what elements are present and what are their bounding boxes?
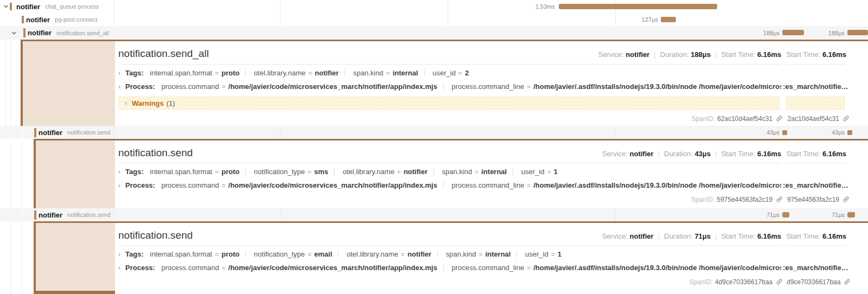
span-duration-label-duplicate: 43μs xyxy=(810,126,845,139)
detail-title: notification.send xyxy=(118,147,193,159)
operation-name: notification.send xyxy=(67,129,111,136)
span-duration-label: 43μs xyxy=(745,126,780,139)
span-bar-duplicate[interactable] xyxy=(847,212,855,218)
indent-guide xyxy=(22,208,22,221)
detail-header-meta-duplicate: Start Time: 6.16ms xyxy=(782,232,846,240)
operation-name: notification.send_all xyxy=(56,30,109,36)
header-divider xyxy=(118,163,781,163)
span-bar[interactable] xyxy=(782,130,787,135)
service-color-chip xyxy=(34,210,36,220)
chevron-right-icon: › xyxy=(118,251,120,258)
indent-guide xyxy=(5,41,6,126)
detail-header-meta: Service: notifier|Duration: 43μs|Start T… xyxy=(380,150,781,158)
indent-guide xyxy=(22,126,22,139)
warnings-accordion-duplicate xyxy=(786,96,845,110)
span-row-notification-send-sms[interactable]: notifier notification.send 43μs 43μs xyxy=(0,126,868,139)
span-id: SpanID:5975e44563fa2c19 xyxy=(542,196,783,203)
span-row-chat-queue-process[interactable]: notifier chat_queue process 1.53ms xyxy=(0,0,868,13)
span-duration-label: 71μs xyxy=(745,208,780,221)
span-detail-panel-send-sms: notification.send Service: notifier|Dura… xyxy=(0,140,868,208)
service-name: notifier xyxy=(28,29,52,37)
grid-line xyxy=(114,208,114,221)
service-name: notifier xyxy=(16,3,40,11)
link-icon[interactable] xyxy=(776,278,783,285)
indent-guide xyxy=(10,140,11,208)
chevron-right-icon: › xyxy=(118,168,120,176)
indent-guide xyxy=(10,126,11,139)
grid-line xyxy=(280,208,280,221)
detail-indent-strip xyxy=(34,140,115,208)
indent-guide xyxy=(22,140,22,208)
tags-accordion[interactable]: ›Tags: internal.span.format=proto notifi… xyxy=(118,168,781,178)
indent-guide xyxy=(10,223,11,294)
span-duration-label-duplicate: 71μs xyxy=(810,208,845,221)
operation-name: notification.send xyxy=(67,212,111,218)
span-duration-label: 127μs xyxy=(624,13,658,26)
service-color-chip xyxy=(23,28,25,37)
warnings-accordion[interactable]: › Warnings (1) xyxy=(118,96,780,110)
span-duration-label: 188μs xyxy=(745,26,780,40)
link-icon[interactable] xyxy=(776,196,783,203)
service-name: notifier xyxy=(26,16,50,24)
process-accordion[interactable]: ›Process: process.command=/home/javier/c… xyxy=(118,181,781,191)
span-row-notification-send-email[interactable]: notifier notification.send 71μs 71μs xyxy=(0,208,868,221)
span-duration-label: 1.53ms xyxy=(521,0,555,13)
process-accordion[interactable]: ›Process: process.command=/home/javier/c… xyxy=(118,264,781,274)
detail-header-meta: Service: notifier|Duration: 71μs|Start T… xyxy=(380,232,781,240)
chevron-right-icon: › xyxy=(118,264,120,272)
operation-name: pg-pool.connect xyxy=(55,16,97,23)
process-accordion[interactable]: ›Process: process.command=/home/javier/c… xyxy=(118,82,781,93)
link-icon[interactable] xyxy=(843,115,850,122)
chevron-right-icon: › xyxy=(125,99,127,107)
detail-title: notification.send_all xyxy=(118,48,209,60)
detail-title: notification.send xyxy=(118,229,193,241)
span-id-duplicate: 2ac10d4aef54c31 xyxy=(784,115,850,123)
service-color-chip xyxy=(10,3,12,10)
span-id: SpanID:4d9ce70336617baa xyxy=(542,278,783,286)
tags-accordion[interactable]: ›Tags: internal.span.format=proto otel.l… xyxy=(118,69,781,79)
service-color-chip xyxy=(34,128,36,137)
span-bar[interactable] xyxy=(559,4,717,9)
chevron-right-icon: › xyxy=(118,83,120,91)
indent-guide xyxy=(10,41,11,126)
chevron-down-icon[interactable] xyxy=(3,3,9,10)
grid-line xyxy=(114,126,114,139)
span-id-duplicate: d9ce70336617baa xyxy=(784,278,850,286)
span-row-pg-pool-connect[interactable]: notifier pg-pool.connect 127μs xyxy=(0,13,868,26)
header-divider xyxy=(118,64,781,65)
span-bar[interactable] xyxy=(782,30,804,35)
link-icon[interactable] xyxy=(844,278,851,285)
process-accordion-duplicate: :es_march/notifie… xyxy=(783,181,851,191)
chevron-right-icon: › xyxy=(118,182,120,189)
service-name: notifier xyxy=(39,211,62,219)
header-divider-duplicate xyxy=(787,245,845,246)
span-bar[interactable] xyxy=(661,17,676,22)
detail-header-meta: Service: notifier|Duration: 188μs|Start … xyxy=(380,50,781,59)
span-duration-label-duplicate: 188μs xyxy=(810,26,845,40)
next-span-border xyxy=(34,291,115,294)
span-id: SpanID:62ac10d4aef54c31 xyxy=(542,115,783,123)
header-divider-duplicate xyxy=(787,163,845,163)
indent-guide xyxy=(10,208,11,221)
indent-guide xyxy=(22,223,22,294)
service-color-chip xyxy=(22,16,24,23)
span-bar-duplicate[interactable] xyxy=(847,30,868,35)
detail-indent-strip xyxy=(34,223,115,294)
span-bar[interactable] xyxy=(782,212,789,218)
detail-header-meta-duplicate: Start Time: 6.16ms xyxy=(782,150,846,158)
grid-line xyxy=(280,126,280,139)
link-icon[interactable] xyxy=(843,196,850,203)
operation-name: chat_queue process xyxy=(45,3,99,10)
service-name: notifier xyxy=(39,129,62,137)
process-accordion-duplicate: :es_march/notifie… xyxy=(783,82,851,93)
chevron-down-icon[interactable] xyxy=(11,30,17,36)
span-row-notification-send-all[interactable]: notifier notification.send_all 188μs 188… xyxy=(0,26,868,40)
span-detail-panel-send-all: notification.send_all Service: notifier|… xyxy=(0,41,868,126)
tags-accordion[interactable]: ›Tags: internal.span.format=proto notifi… xyxy=(118,250,781,260)
trace-timeline-view: notifier chat_queue process 1.53ms notif… xyxy=(0,0,868,294)
detail-header-meta-duplicate: Start Time: 6.16ms xyxy=(782,50,846,59)
span-bar-duplicate[interactable] xyxy=(847,130,852,135)
link-icon[interactable] xyxy=(776,115,783,122)
process-accordion-duplicate: :es_march/notifie… xyxy=(783,264,851,274)
chevron-right-icon: › xyxy=(118,69,120,77)
